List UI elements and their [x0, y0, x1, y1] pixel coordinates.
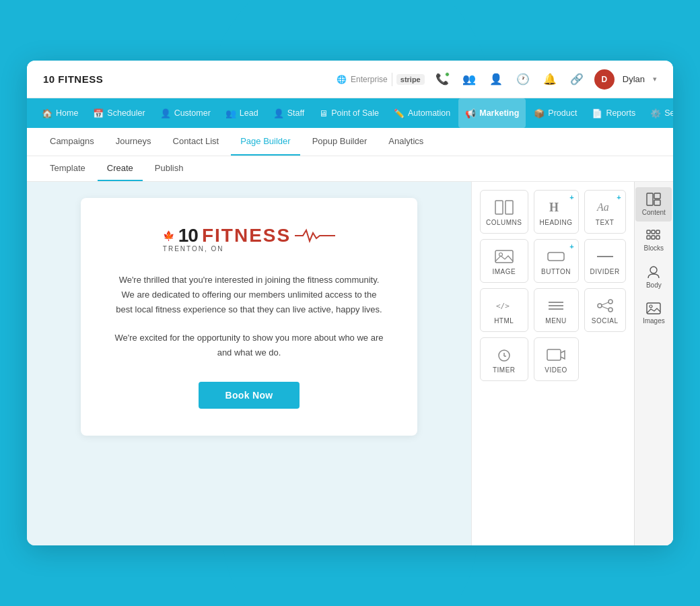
user-settings-icon[interactable]: 👤 [487, 70, 505, 89]
widget-image[interactable]: IMAGE [480, 239, 528, 283]
nav-item-pos[interactable]: 🖥 Point of Sale [312, 98, 386, 128]
widget-video[interactable]: VIDEO [534, 337, 579, 381]
nav-item-customer[interactable]: 👤 Customer [153, 98, 217, 128]
sub-nav-analytics[interactable]: Analytics [379, 128, 433, 156]
images-tab-icon [646, 302, 661, 314]
button-plus-icon: + [569, 242, 573, 250]
svg-rect-23 [654, 200, 660, 205]
nav-item-reports[interactable]: 📄 Reports [585, 98, 642, 128]
svg-point-32 [650, 305, 652, 308]
svg-point-12 [598, 304, 602, 308]
nav-item-setup[interactable]: ⚙️ Setup [643, 98, 673, 128]
widget-grid: COLUMNS + H HEADING + Aa TEXT [472, 182, 634, 545]
nav-item-home[interactable]: 🏠 Home [35, 98, 85, 128]
user-name: Dylan [623, 74, 645, 84]
side-tab-content[interactable]: Content [635, 187, 672, 222]
sub-nav-contact-list[interactable]: Contact List [164, 128, 229, 156]
nav-item-marketing[interactable]: 📢 Marketing [458, 98, 526, 128]
widget-heading[interactable]: + H HEADING [534, 190, 579, 234]
sidebar-panel: COLUMNS + H HEADING + Aa TEXT [471, 182, 673, 545]
sub-sub-template[interactable]: Template [40, 156, 95, 181]
sub-nav-journeys[interactable]: Journeys [106, 128, 161, 156]
side-tab-body[interactable]: Body [635, 260, 672, 294]
nav-label-home: Home [56, 108, 78, 118]
main-nav: 🏠 Home 📅 Scheduler 👤 Customer 👥 Lead 👤 S… [27, 98, 673, 128]
phone-status-dot [445, 72, 450, 77]
svg-line-15 [602, 302, 608, 305]
svg-line-16 [602, 306, 608, 309]
maple-leaf-icon: 🍁 [163, 230, 174, 241]
app-logo: 10 FITNESS [43, 73, 103, 85]
widget-text[interactable]: + Aa TEXT [584, 190, 626, 234]
sub-sub-create[interactable]: Create [98, 156, 143, 181]
email-logo-number: 10 [178, 225, 198, 246]
bell-icon[interactable]: 🔔 [540, 70, 559, 89]
nav-label-product: Product [548, 108, 577, 118]
widget-timer[interactable]: TIMER [480, 337, 528, 381]
divider-icon [596, 249, 615, 264]
nav-label-scheduler: Scheduler [107, 108, 145, 118]
marketing-icon: 📢 [465, 108, 476, 119]
side-tab-images[interactable]: Images [635, 297, 672, 330]
video-icon [547, 347, 565, 362]
nav-item-automation[interactable]: ✏️ Automation [387, 98, 457, 128]
heading-plus-icon: + [569, 193, 573, 201]
members-icon[interactable]: 👥 [460, 70, 479, 89]
widget-image-label: IMAGE [492, 268, 516, 275]
widget-heading-label: HEADING [540, 219, 573, 226]
images-tab-label: Images [643, 317, 665, 325]
nav-item-staff[interactable]: 👤 Staff [267, 98, 311, 128]
widget-social[interactable]: SOCIAL [584, 288, 626, 332]
heading-icon: H [547, 200, 565, 215]
setup-icon: ⚙️ [650, 108, 661, 119]
automation-icon: ✏️ [394, 108, 405, 119]
enterprise-label: Enterprise [351, 75, 388, 84]
phone-icon[interactable]: 📞 [433, 70, 452, 89]
clock-icon[interactable]: 🕐 [514, 70, 532, 89]
side-tab-blocks[interactable]: Blocks [635, 224, 672, 257]
reports-icon: 📄 [592, 108, 602, 119]
user-dropdown-arrow[interactable]: ▾ [653, 75, 657, 83]
text-icon: Aa [596, 200, 615, 215]
widget-divider[interactable]: DIVIDER [584, 239, 626, 283]
svg-rect-25 [652, 230, 655, 234]
widget-menu-label: MENU [545, 317, 566, 325]
home-icon: 🏠 [42, 108, 53, 119]
sub-nav-campaigns[interactable]: Campaigns [40, 128, 104, 156]
nav-item-product[interactable]: 📦 Product [527, 98, 584, 128]
widget-menu[interactable]: MENU [534, 288, 579, 332]
email-preview-area: 🍁 10 FITNESS TRENTON, ON We're thrilled … [27, 182, 471, 545]
nav-label-customer: Customer [174, 108, 211, 118]
nav-label-reports: Reports [606, 108, 635, 118]
svg-text:Aa: Aa [596, 201, 609, 213]
book-now-button[interactable]: Book Now [199, 382, 300, 409]
nav-item-lead[interactable]: 👥 Lead [219, 98, 265, 128]
widget-timer-label: TIMER [493, 366, 516, 374]
svg-text:H: H [549, 201, 559, 214]
svg-point-30 [650, 267, 657, 273]
svg-rect-27 [647, 236, 650, 239]
widget-html[interactable]: </> HTML [480, 288, 528, 332]
menu-icon [547, 298, 565, 313]
staff-icon: 👤 [273, 108, 284, 119]
product-icon: 📦 [534, 108, 545, 119]
sub-nav-page-builder[interactable]: Page Builder [231, 128, 300, 156]
header: 10 FITNESS 🌐 Enterprise stripe 📞 👥 👤 🕐 🔔… [27, 61, 673, 98]
nav-label-staff: Staff [287, 108, 304, 118]
widget-social-label: SOCIAL [592, 317, 619, 325]
email-card: 🍁 10 FITNESS TRENTON, ON We're thrilled … [81, 198, 417, 436]
widget-button[interactable]: + BUTTON [534, 239, 579, 283]
email-logo-text: FITNESS [202, 225, 291, 246]
app-window: 10 FITNESS 🌐 Enterprise stripe 📞 👥 👤 🕐 🔔… [27, 61, 673, 545]
sub-sub-publish[interactable]: Publish [145, 156, 193, 181]
svg-rect-0 [495, 201, 503, 214]
sub-nav-popup-builder[interactable]: Popup Builder [303, 128, 377, 156]
nav-label-lead: Lead [240, 108, 258, 118]
svg-rect-29 [656, 236, 660, 239]
svg-rect-6 [548, 252, 564, 261]
widget-columns[interactable]: COLUMNS [480, 190, 528, 234]
customer-icon: 👤 [160, 108, 171, 119]
share-icon[interactable]: 🔗 [567, 70, 586, 89]
nav-item-scheduler[interactable]: 📅 Scheduler [86, 98, 151, 128]
avatar[interactable]: D [594, 69, 615, 90]
